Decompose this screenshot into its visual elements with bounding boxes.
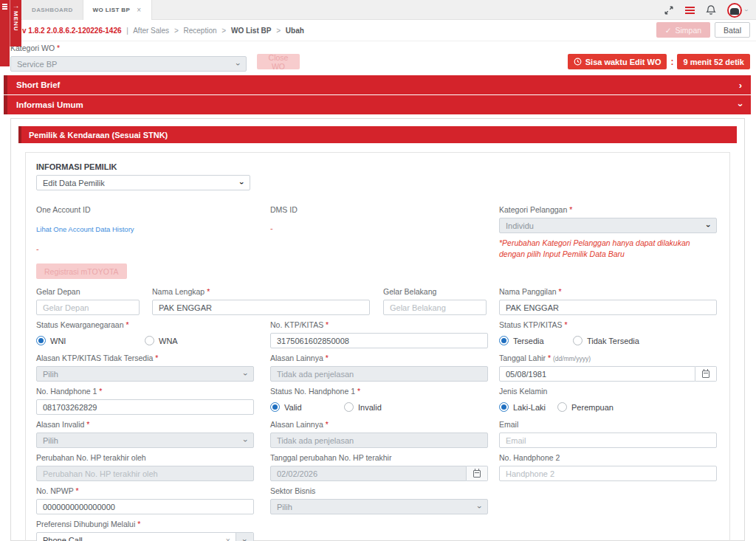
- registrasi-mtoyota-button[interactable]: Registrasi mTOYOTA: [36, 263, 127, 279]
- clock-icon: [574, 58, 582, 66]
- tab-wo-list-label: WO LIST BP: [93, 7, 131, 13]
- radio-valid[interactable]: Valid: [270, 402, 344, 412]
- perubahan-hp-oleh-input[interactable]: [36, 466, 254, 481]
- required-asterisk: *: [57, 44, 60, 52]
- section-title: INFORMASI PEMILIK: [36, 162, 719, 171]
- hamburger-menu-icon[interactable]: [685, 5, 695, 15]
- no-ktp-field: No. KTP/KITAS *: [270, 320, 488, 348]
- preferensi-select[interactable]: Phone Call × ›: [36, 532, 254, 541]
- chevron-down-icon: ›: [241, 439, 250, 442]
- card-title: Pemilik & Kendaraan (Sesuai STNK): [18, 126, 737, 143]
- calendar-button[interactable]: [695, 366, 717, 382]
- bell-icon[interactable]: [706, 4, 716, 15]
- alasan-invalid-value: Pilih: [43, 436, 58, 445]
- tab-dashboard[interactable]: DASHBOARD: [22, 0, 83, 20]
- alasan-invalid-label: Alasan Invalid *: [36, 420, 254, 429]
- radio-perempuan[interactable]: Perempuan: [557, 402, 614, 412]
- chevron-right-icon: ›: [739, 80, 742, 91]
- gelar-belakang-input[interactable]: [383, 300, 487, 315]
- timer-value-badge: 9 menit 52 detik: [677, 54, 750, 69]
- preferensi-field: Preferensi Dihubungi Melalui * Phone Cal…: [36, 520, 254, 541]
- mode-pemilik-select[interactable]: Edit Data Pemilik ›: [36, 175, 250, 190]
- kategori-pelanggan-label: Kategori Pelanggan *: [499, 205, 717, 214]
- preferensi-dropdown-toggle[interactable]: ›: [236, 533, 253, 541]
- user-menu[interactable]: ›: [727, 3, 747, 18]
- batal-button[interactable]: Batal: [715, 22, 750, 38]
- alasan-lainnya-2-input[interactable]: [270, 433, 488, 448]
- calendar-icon: [473, 470, 481, 478]
- alasan-invalid-select[interactable]: Pilih ›: [36, 433, 254, 448]
- kategori-wo-value: Service BP: [17, 60, 57, 69]
- no-npwp-input[interactable]: [36, 499, 254, 514]
- tanggal-lahir-input[interactable]: [499, 366, 695, 382]
- close-wo-button[interactable]: Close WO: [257, 54, 300, 69]
- close-icon[interactable]: ×: [137, 6, 141, 14]
- radio-invalid[interactable]: Invalid: [344, 402, 382, 412]
- no-ktp-label: No. KTP/KITAS *: [270, 320, 488, 329]
- radio-dot: [573, 336, 583, 345]
- sektor-bisnis-select[interactable]: Pilih ›: [270, 499, 488, 514]
- chevron-down-icon: ›: [475, 506, 484, 509]
- alasan-lainnya-1-input[interactable]: [270, 366, 488, 382]
- calendar-button[interactable]: [467, 466, 488, 481]
- radio-tersedia[interactable]: Tersedia: [499, 336, 573, 345]
- nama-panggilan-field: Nama Panggilan *: [499, 287, 717, 315]
- tanggal-lahir-label: Tanggal Lahir * (dd/mm/yyyy): [499, 354, 717, 362]
- kategori-wo-select[interactable]: Service BP ›: [10, 56, 247, 72]
- mode-pemilik-value: Edit Data Pemilik: [43, 179, 105, 187]
- one-account-field: One Account ID Lihat One Account Data Hi…: [36, 205, 254, 253]
- kategori-pelanggan-select[interactable]: Individu ›: [499, 218, 717, 233]
- breadcrumb-bar: v 1.8.2 2.0.8.6.2-120226-1426 | After Sa…: [0, 20, 756, 41]
- status-kewarganegaraan-label: Status Kewarganegaraan *: [36, 320, 254, 329]
- menu-strip[interactable]: [0, 0, 10, 66]
- menu-widget[interactable]: → MENU: [0, 0, 21, 66]
- alasan-lainnya-2-field: Alasan Lainnya *: [270, 420, 488, 448]
- gelar-depan-field: Gelar Depan: [36, 287, 140, 315]
- menu-tab[interactable]: → MENU: [10, 0, 21, 46]
- radio-laki-laki[interactable]: Laki-Laki: [499, 402, 546, 412]
- alasan-lainnya-1-field: Alasan Lainnya *: [270, 354, 488, 382]
- tab-wo-list-bp[interactable]: WO LIST BP ×: [83, 0, 152, 20]
- timer-label-badge: Sisa waktu Edit WO: [568, 54, 667, 69]
- radio-dot: [557, 402, 567, 412]
- simpan-button[interactable]: ✓ Simpan: [656, 22, 710, 38]
- short-brief-title: Short Brief: [16, 80, 60, 89]
- nama-panggilan-input[interactable]: [499, 300, 717, 315]
- email-label: Email: [499, 420, 717, 429]
- no-handphone1-input[interactable]: [36, 399, 254, 415]
- accordion-informasi-umum[interactable]: Informasi Umum ›: [4, 95, 751, 114]
- radio-dot: [344, 402, 354, 412]
- radio-wni[interactable]: WNI: [36, 336, 145, 345]
- breadcrumb-ubah: Ubah: [286, 27, 304, 35]
- one-account-history-link[interactable]: Lihat One Account Data History: [36, 225, 134, 233]
- no-handphone1-label: No. Handphone 1 *: [36, 387, 254, 396]
- no-ktp-input[interactable]: [270, 333, 488, 348]
- sektor-bisnis-field: Sektor Bisnis Pilih ›: [270, 486, 488, 514]
- alasan-ktp-select[interactable]: Pilih ›: [36, 366, 254, 382]
- radio-wna[interactable]: WNA: [145, 336, 178, 345]
- chevron-down-icon: ›: [743, 9, 750, 11]
- gelar-belakang-label: Gelar Belakang: [383, 287, 487, 296]
- arrow-right-icon: →: [13, 1, 20, 10]
- chevron-down-icon: ›: [234, 63, 243, 66]
- simpan-label: Simpan: [675, 26, 701, 35]
- chevron-down-icon: ›: [735, 103, 746, 106]
- accordion-short-brief[interactable]: Short Brief ›: [4, 75, 751, 94]
- no-handphone2-input[interactable]: [499, 466, 717, 481]
- breadcrumb-wo-list-bp: WO List BP: [231, 27, 271, 35]
- expand-icon[interactable]: [664, 5, 674, 15]
- one-account-label: One Account ID: [36, 205, 254, 214]
- tanggal-perubahan-hp-input[interactable]: [270, 466, 467, 481]
- breadcrumb-reception: Reception: [184, 27, 217, 35]
- email-input[interactable]: [499, 433, 717, 448]
- nama-lengkap-input[interactable]: [152, 300, 370, 315]
- no-handphone2-field: No. Handphone 2: [499, 453, 717, 481]
- nama-panggilan-label: Nama Panggilan *: [499, 287, 717, 296]
- avatar[interactable]: [727, 3, 742, 18]
- gelar-depan-input[interactable]: [36, 300, 140, 315]
- timer-separator: :: [670, 57, 673, 67]
- clear-icon[interactable]: ×: [221, 536, 236, 541]
- date-format-hint: (dd/mm/yyyy): [553, 355, 591, 362]
- no-npwp-field: No. NPWP *: [36, 486, 254, 514]
- radio-tidak-tersedia[interactable]: Tidak Tersedia: [573, 336, 639, 345]
